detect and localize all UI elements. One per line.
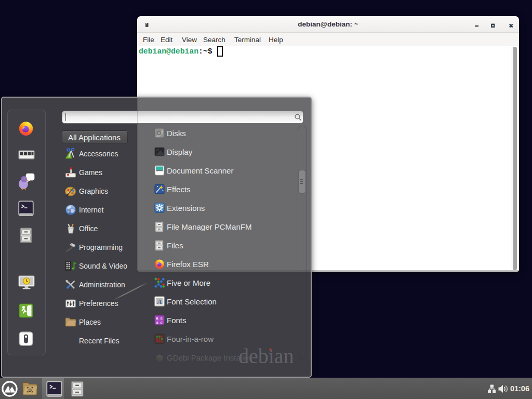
svg-text:D: D [29, 388, 32, 393]
svg-text:a: a [161, 320, 163, 325]
svg-text:A: A [157, 298, 162, 305]
